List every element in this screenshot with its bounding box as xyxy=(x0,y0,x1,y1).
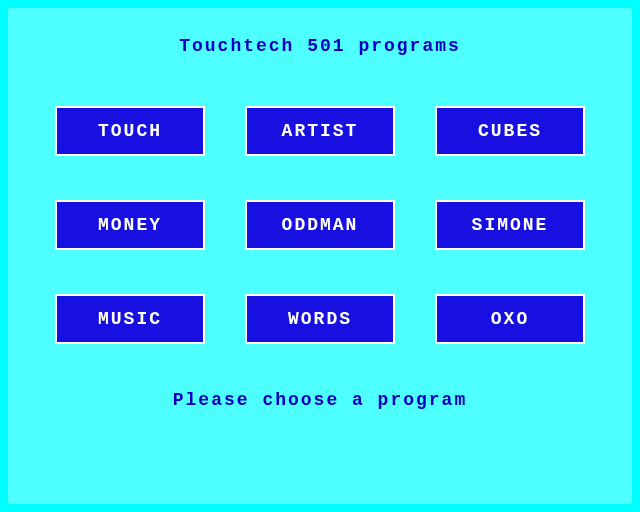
program-button-simone[interactable]: SIMONE xyxy=(435,200,585,250)
program-button-oxo[interactable]: OXO xyxy=(435,294,585,344)
program-grid: TOUCH ARTIST CUBES MONEY ODDMAN SIMONE M… xyxy=(8,106,632,344)
program-button-touch[interactable]: TOUCH xyxy=(55,106,205,156)
program-button-oddman[interactable]: ODDMAN xyxy=(245,200,395,250)
program-button-artist[interactable]: ARTIST xyxy=(245,106,395,156)
program-button-music[interactable]: MUSIC xyxy=(55,294,205,344)
prompt-text: Please choose a program xyxy=(8,390,632,410)
screen-container: Touchtech 501 programs TOUCH ARTIST CUBE… xyxy=(8,8,632,504)
program-button-words[interactable]: WORDS xyxy=(245,294,395,344)
page-title: Touchtech 501 programs xyxy=(8,8,632,56)
program-button-money[interactable]: MONEY xyxy=(55,200,205,250)
program-button-cubes[interactable]: CUBES xyxy=(435,106,585,156)
